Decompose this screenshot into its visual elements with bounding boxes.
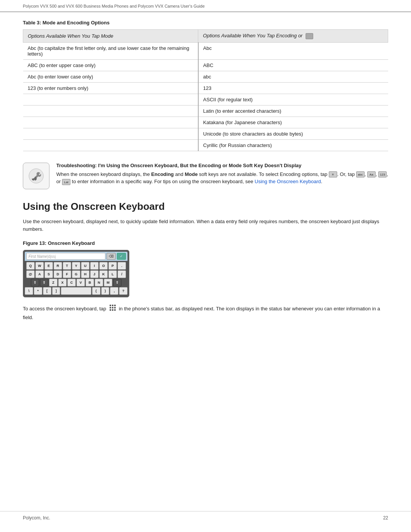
onscreen-keyboard-link[interactable]: Using the Onscreen Keyboard — [255, 179, 321, 184]
svg-rect-8 — [112, 309, 113, 311]
mode-option-2: ABC (to enter upper case only) — [23, 59, 198, 71]
kbd-key-F[interactable]: F — [63, 270, 71, 278]
svg-rect-1 — [110, 305, 111, 306]
troubleshoot-content: Troubleshooting: I'm Using the Onscreen … — [56, 163, 388, 185]
mode-empty-8 — [23, 128, 198, 139]
enc-inline-icon5: Lat — [62, 179, 70, 185]
footer-left: Polycom, Inc. — [23, 515, 50, 521]
kbd-key-dot[interactable]: . — [118, 262, 126, 270]
kbd-key-W[interactable]: W — [35, 262, 44, 270]
kbd-key-S[interactable]: S — [45, 270, 53, 278]
kbd-key-comma[interactable]: , — [110, 287, 118, 295]
kbd-key-D[interactable]: D — [54, 270, 62, 278]
kbd-key-A[interactable]: A — [35, 270, 44, 278]
mode-empty-5 — [23, 94, 198, 105]
page-header: Polycom VVX 500 and VVX 600 Business Med… — [0, 0, 411, 12]
kbd-key-T[interactable]: T — [63, 262, 71, 270]
kbd-key-V[interactable]: V — [76, 279, 85, 286]
kbd-row-3: ⇧ ⇧ Z X C V B N M ⇧ — [25, 279, 127, 286]
encoding-table: Options Available When You Tap Mode Opti… — [23, 29, 388, 151]
table-row: 123 (to enter numbers only) 123 — [23, 82, 388, 94]
troubleshoot-text: When the onscreen keyboard displays, the… — [56, 171, 388, 185]
kbd-key-U[interactable]: U — [81, 262, 89, 270]
table-title: Table 3: Mode and Encoding Options — [23, 20, 388, 26]
kbd-key-X[interactable]: X — [58, 279, 67, 286]
kbd-key-Z[interactable]: Z — [49, 279, 57, 286]
kbd-key-K[interactable]: K — [99, 270, 108, 278]
grid-icon-inline — [109, 304, 116, 314]
kbd-key-bracket-r[interactable]: ] — [52, 287, 61, 295]
kbd-input-field[interactable]: First Name|djssj — [26, 253, 105, 260]
kbd-key-N[interactable]: N — [95, 279, 103, 286]
kbd-key-paren-l[interactable]: ( — [92, 287, 100, 295]
enc-inline-icon1: ≡ — [329, 171, 337, 177]
enc-inline-icon3: Aa — [367, 171, 376, 177]
kbd-input-row: First Name|djssj ⌫ ✓ — [25, 252, 127, 261]
kbd-key-at[interactable]: @ — [26, 270, 35, 278]
enc-option-5: ASCII (for regular text) — [198, 94, 388, 105]
enc-option-8: Unicode (to store characters as double b… — [198, 128, 388, 139]
kbd-key-backslash[interactable]: \ — [25, 287, 33, 295]
kbd-key-E[interactable]: E — [45, 262, 53, 270]
kbd-row-1: Q W E R T Y U I O P . — [25, 262, 127, 270]
encoding-icon — [306, 33, 313, 39]
kbd-key-G[interactable]: G — [72, 270, 80, 278]
kbd-row-4: \ * [ ] ( ) , ? — [25, 287, 127, 295]
kbd-key-Y[interactable]: Y — [72, 262, 80, 270]
mode-option-4: 123 (to enter numbers only) — [23, 82, 198, 94]
kbd-key-L[interactable]: L — [108, 270, 117, 278]
enc-option-9: Cyrillic (for Russian characters) — [198, 139, 388, 151]
page-content: Table 3: Mode and Encoding Options Optio… — [0, 12, 411, 337]
col2-header: Options Available When You Tap Encoding … — [198, 30, 388, 43]
kbd-key-shift-left[interactable]: ⇧ — [31, 279, 39, 286]
page-footer: Polycom, Inc. 22 — [0, 511, 411, 524]
kbd-key-shift-right[interactable]: ⇧ — [113, 279, 121, 286]
enc-option-3: abc — [198, 71, 388, 82]
table-row: Abc (to enter lower case only) abc — [23, 71, 388, 82]
kbd-key-B[interactable]: B — [86, 279, 94, 286]
enc-option-4: 123 — [198, 82, 388, 94]
bottom-para: To access the onscreen keyboard, tap in … — [23, 304, 388, 322]
footer-right: 22 — [383, 515, 388, 521]
svg-rect-3 — [114, 305, 116, 306]
kbd-key-space[interactable] — [61, 287, 91, 295]
kbd-key-slash[interactable]: / — [118, 270, 126, 278]
kbd-key-M[interactable]: M — [104, 279, 112, 286]
header-text: Polycom VVX 500 and VVX 600 Business Med… — [23, 4, 205, 8]
troubleshoot-title: Troubleshooting: I'm Using the Onscreen … — [56, 163, 388, 168]
svg-rect-6 — [114, 307, 116, 308]
kbd-key-H[interactable]: H — [81, 270, 89, 278]
kbd-key-paren-r[interactable]: ) — [101, 287, 110, 295]
kbd-row-2: @ A S D F G H J K L / — [25, 270, 127, 278]
kbd-key-R[interactable]: R — [54, 262, 62, 270]
mode-empty-9 — [23, 139, 198, 151]
kbd-ok-button[interactable]: ✓ — [117, 253, 126, 260]
mode-empty-6 — [23, 105, 198, 117]
section-para1: Use the onscreen keyboard, displayed nex… — [23, 218, 388, 234]
kbd-delete-button[interactable]: ⌫ — [107, 253, 116, 260]
kbd-key-question[interactable]: ? — [119, 287, 127, 295]
kbd-key-J[interactable]: J — [90, 270, 99, 278]
troubleshoot-box: Troubleshooting: I'm Using the Onscreen … — [23, 163, 388, 189]
table-row: Latin (to enter accented characters) — [23, 105, 388, 117]
enc-option-7: Katakana (for Japanese characters) — [198, 117, 388, 128]
kbd-key-Q[interactable]: Q — [26, 262, 35, 270]
kbd-key-bracket-l[interactable]: [ — [43, 287, 51, 295]
kbd-key-asterisk[interactable]: * — [34, 287, 42, 295]
table-row: Abc (to capitalize the first letter only… — [23, 42, 388, 59]
enc-option-6: Latin (to enter accented characters) — [198, 105, 388, 117]
kbd-key-O[interactable]: O — [99, 262, 108, 270]
enc-option-2: ABC — [198, 59, 388, 71]
kbd-key-shift-left2[interactable]: ⇧ — [40, 279, 48, 286]
svg-rect-7 — [110, 309, 111, 311]
figure-title: Figure 13: Onscreen Keyboard — [23, 240, 388, 246]
kbd-key-I[interactable]: I — [90, 262, 99, 270]
table-row: ABC (to enter upper case only) ABC — [23, 59, 388, 71]
svg-rect-9 — [114, 309, 116, 311]
col1-header: Options Available When You Tap Mode — [23, 30, 198, 43]
kbd-key-P[interactable]: P — [108, 262, 117, 270]
kbd-key-C[interactable]: C — [67, 279, 76, 286]
mode-option-1: Abc (to capitalize the first letter only… — [23, 42, 198, 59]
mode-empty-7 — [23, 117, 198, 128]
table-row: Unicode (to store characters as double b… — [23, 128, 388, 139]
